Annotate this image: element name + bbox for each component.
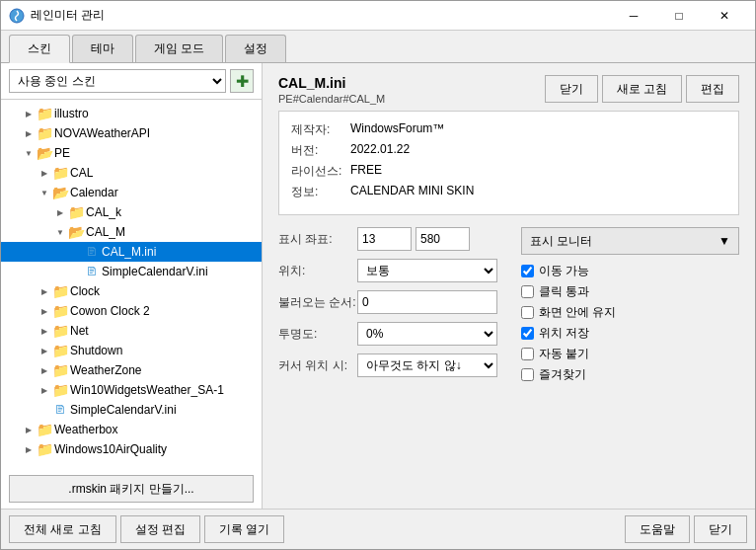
folder-icon: 📁 (52, 165, 68, 181)
meta-author: 제작자: WindowsForum™ (291, 121, 726, 138)
tab-settings[interactable]: 설정 (225, 35, 286, 62)
clickthrough-checkbox[interactable] (521, 285, 534, 298)
tree-item-cal-m[interactable]: ▼ 📂 CAL_M (1, 222, 262, 242)
opacity-controls: 0% (357, 322, 497, 346)
tree-item-cowonclock2[interactable]: ▶ 📁 Cowon Clock 2 (1, 301, 262, 321)
tree-toggle: ▶ (37, 323, 52, 339)
folder-icon: 📁 (37, 125, 52, 141)
checkbox-keeponscreen: 화면 안에 유지 (521, 304, 740, 321)
saveposition-checkbox[interactable] (521, 327, 534, 340)
folder-icon: 📁 (52, 283, 68, 299)
tree-item-pe[interactable]: ▼ 📂 PE (1, 143, 262, 163)
position-controls (357, 227, 497, 251)
location-select[interactable]: 보통 (357, 259, 497, 282)
skin-selector: 사용 중인 스킨 ✚ (1, 63, 262, 100)
tree-toggle: ▶ (37, 343, 52, 358)
tree-item-simplecalendarv-2[interactable]: 🖹 SimpleCalendarV.ini (1, 400, 262, 420)
position-x-input[interactable] (357, 227, 412, 251)
skin-title: CAL_M.ini (278, 75, 385, 91)
settings-right: 표시 모니터 ▼ 이동 가능 클릭 통과 화면 안에 유지 (509, 227, 740, 497)
edit-skin-button[interactable]: 편집 (686, 75, 739, 103)
cursor-pos-controls: 아무것도 하지 않↓ (357, 354, 497, 377)
help-button[interactable]: 도움말 (625, 515, 690, 543)
folder-icon: 📁 (52, 303, 68, 319)
opacity-select[interactable]: 0% (357, 322, 497, 346)
tree-toggle: ▶ (21, 106, 37, 121)
location-row: 위치: 보통 (278, 259, 497, 282)
right-panel: CAL_M.ini PE#Calendar#CAL_M 닫기 새로 고침 편집 … (263, 63, 755, 509)
close-button[interactable]: 닫기 (694, 515, 747, 543)
checkbox-saveposition: 위치 저장 (521, 325, 740, 342)
tree-item-cal[interactable]: ▶ 📁 CAL (1, 163, 262, 183)
tree-toggle: ▶ (37, 362, 52, 378)
checkbox-clickthrough: 클릭 통과 (521, 283, 740, 300)
skin-title-area: CAL_M.ini PE#Calendar#CAL_M (278, 75, 385, 105)
skin-dropdown[interactable]: 사용 중인 스킨 (9, 69, 226, 93)
meta-info: 정보: CALENDAR MINI SKIN (291, 184, 726, 200)
tree-item-novaweatherapi[interactable]: ▶ 📁 NOVAWeatherAPI (1, 123, 262, 143)
folder-icon: 📁 (52, 343, 68, 358)
tree-item-net[interactable]: ▶ 📁 Net (1, 321, 262, 341)
open-log-button[interactable]: 기록 열기 (204, 515, 284, 543)
monitor-button[interactable]: 표시 모니터 ▼ (521, 227, 740, 255)
tree-item-cal-m-ini[interactable]: 🖹 CAL_M.ini (1, 242, 262, 262)
tree-item-cal-k[interactable]: ▶ 📁 CAL_k (1, 202, 262, 222)
tree-toggle: ▶ (21, 125, 37, 141)
skin-path: PE#Calendar#CAL_M (278, 93, 385, 105)
tree-toggle: ▼ (21, 145, 37, 161)
tab-gamemode[interactable]: 게임 모드 (135, 35, 223, 62)
tree-item-shutdown[interactable]: ▶ 📁 Shutdown (1, 341, 262, 360)
title-bar-buttons: ─ □ ✕ (611, 1, 747, 31)
keeponscreen-checkbox[interactable] (521, 306, 534, 319)
maximize-button[interactable]: □ (656, 1, 702, 31)
main-window: 레인미터 관리 ─ □ ✕ 스킨 테마 게임 모드 설정 사용 중인 스킨 (0, 0, 756, 550)
rmskin-package-button[interactable]: .rmskin 패키지 만들기... (9, 475, 254, 503)
tree-item-weatherbox[interactable]: ▶ 📁 Weatherbox (1, 420, 262, 439)
file-icon: 🖹 (52, 402, 68, 418)
tree-item-calendar[interactable]: ▼ 📂 Calendar (1, 183, 262, 202)
refresh-all-button[interactable]: 전체 새로 고침 (9, 515, 116, 543)
cursor-pos-select[interactable]: 아무것도 하지 않↓ (357, 354, 497, 377)
skin-tree[interactable]: ▶ 📁 illustro ▶ 📁 NOVAWeatherAPI ▼ 📂 PE (1, 100, 262, 469)
load-order-controls (357, 290, 497, 314)
tree-toggle: ▶ (52, 204, 68, 220)
edit-settings-button[interactable]: 설정 편집 (120, 515, 200, 543)
left-panel: 사용 중인 스킨 ✚ ▶ 📁 illustro ▶ 📁 NOVAWe (1, 63, 263, 509)
folder-icon: 📁 (37, 441, 52, 457)
tab-skin[interactable]: 스킨 (9, 35, 70, 63)
tree-item-simplecalendarv-1[interactable]: 🖹 SimpleCalendarV.ini (1, 262, 262, 281)
close-skin-button[interactable]: 닫기 (545, 75, 598, 103)
tree-item-windows10airquality[interactable]: ▶ 📁 Windows10AirQuality (1, 439, 262, 459)
meta-license: 라이선스: FREE (291, 163, 726, 180)
meta-version: 버전: 2022.01.22 (291, 142, 726, 159)
tree-toggle: ▼ (52, 224, 68, 240)
folder-open-icon: 📂 (37, 145, 52, 161)
load-order-input[interactable] (357, 290, 497, 314)
snapedges-checkbox[interactable] (521, 348, 534, 360)
tree-item-weatherzone[interactable]: ▶ 📁 WeatherZone (1, 360, 262, 380)
tree-item-illustro[interactable]: ▶ 📁 illustro (1, 104, 262, 123)
close-window-button[interactable]: ✕ (702, 1, 747, 31)
cursor-pos-row: 커서 위치 시: 아무것도 하지 않↓ (278, 354, 497, 377)
opacity-row: 투명도: 0% (278, 322, 497, 346)
tab-bar: 스킨 테마 게임 모드 설정 (1, 31, 755, 63)
favorite-checkbox[interactable] (521, 368, 534, 381)
add-skin-button[interactable]: ✚ (230, 69, 254, 93)
tree-item-clock[interactable]: ▶ 📁 Clock (1, 281, 262, 301)
tree-item-win10widgets[interactable]: ▶ 📁 Win10WidgetsWeather_SA-1 (1, 380, 262, 400)
folder-open-icon: 📂 (52, 185, 68, 200)
position-y-input[interactable] (416, 227, 470, 251)
settings-left: 표시 좌표: 위치: 보통 (278, 227, 509, 497)
tree-toggle (37, 402, 52, 418)
folder-icon: 📁 (37, 106, 52, 121)
load-order-row: 불러오는 순서: (278, 290, 497, 314)
checkbox-favorite: 즐겨찾기 (521, 366, 740, 383)
folder-icon: 📁 (37, 422, 52, 437)
main-content: 사용 중인 스킨 ✚ ▶ 📁 illustro ▶ 📁 NOVAWe (1, 63, 755, 509)
app-icon (9, 8, 25, 24)
title-bar: 레인미터 관리 ─ □ ✕ (1, 1, 755, 31)
refresh-skin-button[interactable]: 새로 고침 (602, 75, 682, 103)
minimize-button[interactable]: ─ (611, 1, 656, 31)
draggable-checkbox[interactable] (521, 265, 534, 277)
tab-theme[interactable]: 테마 (72, 35, 133, 62)
